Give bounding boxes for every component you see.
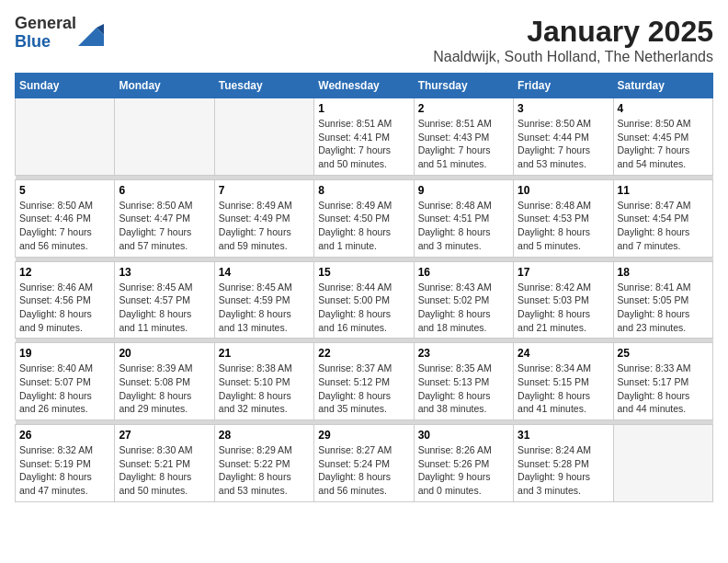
calendar-day: 5Sunrise: 8:50 AM Sunset: 4:46 PM Daylig… <box>16 179 115 257</box>
day-number: 22 <box>318 347 409 360</box>
day-number: 25 <box>618 347 709 360</box>
day-info: Sunrise: 8:48 AM Sunset: 4:51 PM Dayligh… <box>418 199 509 253</box>
day-number: 12 <box>19 266 110 279</box>
calendar-day <box>16 98 115 176</box>
day-number: 15 <box>318 266 409 279</box>
day-number: 9 <box>418 184 509 197</box>
day-info: Sunrise: 8:50 AM Sunset: 4:47 PM Dayligh… <box>119 199 210 253</box>
title-block: January 2025 Naaldwijk, South Holland, T… <box>433 15 713 65</box>
calendar-day: 20Sunrise: 8:39 AM Sunset: 5:08 PM Dayli… <box>115 343 214 420</box>
calendar-day: 12Sunrise: 8:46 AM Sunset: 4:56 PM Dayli… <box>16 261 115 339</box>
calendar-day <box>115 98 214 176</box>
page-title: January 2025 <box>433 15 713 49</box>
day-number: 27 <box>119 429 210 442</box>
day-number: 26 <box>19 429 110 442</box>
calendar-week-1: 1Sunrise: 8:51 AM Sunset: 4:41 PM Daylig… <box>16 98 713 176</box>
calendar-day: 4Sunrise: 8:50 AM Sunset: 4:45 PM Daylig… <box>613 98 712 176</box>
calendar-day: 31Sunrise: 8:24 AM Sunset: 5:28 PM Dayli… <box>514 425 613 502</box>
day-number: 1 <box>318 102 409 115</box>
page-subtitle: Naaldwijk, South Holland, The Netherland… <box>433 49 713 65</box>
day-number: 31 <box>518 429 609 442</box>
day-info: Sunrise: 8:30 AM Sunset: 5:21 PM Dayligh… <box>119 443 210 498</box>
day-info: Sunrise: 8:37 AM Sunset: 5:12 PM Dayligh… <box>318 362 409 416</box>
calendar-day: 10Sunrise: 8:48 AM Sunset: 4:53 PM Dayli… <box>514 179 613 257</box>
calendar-day: 30Sunrise: 8:26 AM Sunset: 5:26 PM Dayli… <box>414 425 513 502</box>
logo-general: General <box>15 14 76 32</box>
calendar-header-thursday: Thursday <box>414 74 513 98</box>
day-number: 6 <box>119 184 210 197</box>
calendar-day: 2Sunrise: 8:51 AM Sunset: 4:43 PM Daylig… <box>414 98 513 176</box>
calendar-week-5: 26Sunrise: 8:32 AM Sunset: 5:19 PM Dayli… <box>16 425 713 502</box>
calendar-day: 17Sunrise: 8:42 AM Sunset: 5:03 PM Dayli… <box>514 261 613 339</box>
calendar-day: 15Sunrise: 8:44 AM Sunset: 5:00 PM Dayli… <box>314 261 414 339</box>
logo: General Blue <box>15 15 104 52</box>
calendar-header-row: SundayMondayTuesdayWednesdayThursdayFrid… <box>16 74 713 98</box>
calendar-week-3: 12Sunrise: 8:46 AM Sunset: 4:56 PM Dayli… <box>16 261 713 339</box>
day-number: 10 <box>518 184 609 197</box>
calendar-day: 22Sunrise: 8:37 AM Sunset: 5:12 PM Dayli… <box>314 343 414 420</box>
calendar-header-friday: Friday <box>514 74 613 98</box>
calendar-day: 1Sunrise: 8:51 AM Sunset: 4:41 PM Daylig… <box>314 98 414 176</box>
day-info: Sunrise: 8:49 AM Sunset: 4:49 PM Dayligh… <box>219 199 310 253</box>
calendar-header-sunday: Sunday <box>16 74 115 98</box>
day-number: 3 <box>518 102 609 115</box>
day-number: 18 <box>618 266 709 279</box>
day-info: Sunrise: 8:50 AM Sunset: 4:45 PM Dayligh… <box>618 117 709 171</box>
day-number: 13 <box>119 266 210 279</box>
day-number: 8 <box>318 184 409 197</box>
calendar-day: 8Sunrise: 8:49 AM Sunset: 4:50 PM Daylig… <box>314 179 414 257</box>
day-info: Sunrise: 8:48 AM Sunset: 4:53 PM Dayligh… <box>518 199 609 253</box>
day-info: Sunrise: 8:24 AM Sunset: 5:28 PM Dayligh… <box>518 443 609 498</box>
day-info: Sunrise: 8:50 AM Sunset: 4:46 PM Dayligh… <box>19 199 110 253</box>
day-info: Sunrise: 8:45 AM Sunset: 4:59 PM Dayligh… <box>219 281 310 335</box>
calendar-header-saturday: Saturday <box>613 74 712 98</box>
day-number: 14 <box>219 266 310 279</box>
day-info: Sunrise: 8:46 AM Sunset: 4:56 PM Dayligh… <box>19 281 110 335</box>
day-info: Sunrise: 8:42 AM Sunset: 5:03 PM Dayligh… <box>518 281 609 335</box>
day-info: Sunrise: 8:40 AM Sunset: 5:07 PM Dayligh… <box>19 362 110 416</box>
day-number: 24 <box>518 347 609 360</box>
day-number: 30 <box>418 429 509 442</box>
calendar-day: 9Sunrise: 8:48 AM Sunset: 4:51 PM Daylig… <box>414 179 513 257</box>
calendar-day: 6Sunrise: 8:50 AM Sunset: 4:47 PM Daylig… <box>115 179 214 257</box>
calendar-day: 13Sunrise: 8:45 AM Sunset: 4:57 PM Dayli… <box>115 261 214 339</box>
calendar-day: 18Sunrise: 8:41 AM Sunset: 5:05 PM Dayli… <box>613 261 712 339</box>
calendar-day: 25Sunrise: 8:33 AM Sunset: 5:17 PM Dayli… <box>613 343 712 420</box>
calendar-day: 26Sunrise: 8:32 AM Sunset: 5:19 PM Dayli… <box>16 425 115 502</box>
calendar-day <box>613 425 712 502</box>
day-number: 17 <box>518 266 609 279</box>
day-info: Sunrise: 8:29 AM Sunset: 5:22 PM Dayligh… <box>219 443 310 498</box>
day-info: Sunrise: 8:39 AM Sunset: 5:08 PM Dayligh… <box>119 362 210 416</box>
calendar-day: 16Sunrise: 8:43 AM Sunset: 5:02 PM Dayli… <box>414 261 513 339</box>
calendar-week-2: 5Sunrise: 8:50 AM Sunset: 4:46 PM Daylig… <box>16 179 713 257</box>
day-number: 21 <box>219 347 310 360</box>
calendar-day: 28Sunrise: 8:29 AM Sunset: 5:22 PM Dayli… <box>214 425 313 502</box>
day-number: 2 <box>418 102 509 115</box>
day-info: Sunrise: 8:45 AM Sunset: 4:57 PM Dayligh… <box>119 281 210 335</box>
day-number: 4 <box>618 102 709 115</box>
calendar-day: 23Sunrise: 8:35 AM Sunset: 5:13 PM Dayli… <box>414 343 513 420</box>
calendar-day: 24Sunrise: 8:34 AM Sunset: 5:15 PM Dayli… <box>514 343 613 420</box>
day-number: 5 <box>19 184 110 197</box>
day-info: Sunrise: 8:51 AM Sunset: 4:41 PM Dayligh… <box>318 117 409 171</box>
day-number: 20 <box>119 347 210 360</box>
day-number: 28 <box>219 429 310 442</box>
calendar-header-wednesday: Wednesday <box>314 74 414 98</box>
day-info: Sunrise: 8:34 AM Sunset: 5:15 PM Dayligh… <box>518 362 609 416</box>
day-info: Sunrise: 8:49 AM Sunset: 4:50 PM Dayligh… <box>318 199 409 253</box>
day-info: Sunrise: 8:43 AM Sunset: 5:02 PM Dayligh… <box>418 281 509 335</box>
logo-blue: Blue <box>15 32 51 51</box>
calendar-day: 19Sunrise: 8:40 AM Sunset: 5:07 PM Dayli… <box>16 343 115 420</box>
day-info: Sunrise: 8:41 AM Sunset: 5:05 PM Dayligh… <box>618 281 709 335</box>
page-header: General Blue January 2025 Naaldwijk, Sou… <box>15 15 713 65</box>
calendar-day: 14Sunrise: 8:45 AM Sunset: 4:59 PM Dayli… <box>214 261 313 339</box>
calendar-day <box>214 98 313 176</box>
calendar-week-4: 19Sunrise: 8:40 AM Sunset: 5:07 PM Dayli… <box>16 343 713 420</box>
day-info: Sunrise: 8:50 AM Sunset: 4:44 PM Dayligh… <box>518 117 609 171</box>
day-number: 29 <box>318 429 409 442</box>
day-info: Sunrise: 8:47 AM Sunset: 4:54 PM Dayligh… <box>618 199 709 253</box>
calendar-day: 7Sunrise: 8:49 AM Sunset: 4:49 PM Daylig… <box>214 179 313 257</box>
day-number: 11 <box>618 184 709 197</box>
day-number: 7 <box>219 184 310 197</box>
day-info: Sunrise: 8:32 AM Sunset: 5:19 PM Dayligh… <box>19 443 110 498</box>
